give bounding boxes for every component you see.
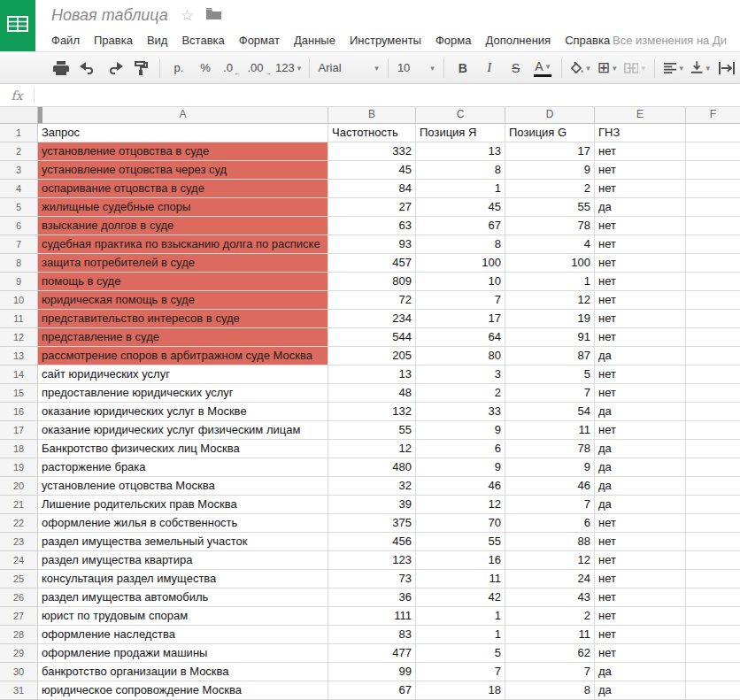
cell-a[interactable]: юрист по трудовым спорам: [38, 607, 328, 626]
cell-f[interactable]: [686, 588, 740, 607]
cell-a[interactable]: раздел имущества квартира: [38, 551, 328, 570]
cell-c[interactable]: Позиция Я: [416, 124, 505, 142]
cell-b[interactable]: 809: [328, 273, 416, 291]
cell-b[interactable]: 84: [328, 180, 416, 198]
cell-a[interactable]: юридическое сопровождение Москва: [38, 681, 328, 700]
cell-c[interactable]: 46: [416, 477, 505, 496]
row-header[interactable]: 14: [0, 365, 38, 384]
cell-d[interactable]: 11: [505, 626, 595, 644]
menu-item-edit[interactable]: Правка: [87, 34, 140, 47]
cell-c[interactable]: 8: [416, 235, 505, 254]
cell-d[interactable]: 62: [505, 644, 595, 663]
cell-d[interactable]: 4: [505, 235, 595, 254]
cell-f[interactable]: [686, 681, 740, 700]
cell-d[interactable]: 12: [505, 291, 595, 310]
cell-b[interactable]: 234: [328, 310, 416, 328]
cell-f[interactable]: [686, 663, 740, 681]
cell-e[interactable]: нет: [595, 310, 686, 328]
cell-c[interactable]: 11: [416, 570, 505, 588]
cell-a[interactable]: жилищные судебные споры: [38, 198, 328, 217]
cell-c[interactable]: 6: [416, 440, 505, 458]
cell-c[interactable]: 33: [416, 403, 505, 421]
row-header[interactable]: 31: [0, 681, 38, 700]
row-header[interactable]: 18: [0, 440, 38, 458]
cell-d[interactable]: 9: [505, 458, 595, 477]
row-header[interactable]: 30: [0, 663, 38, 681]
cell-e[interactable]: да: [595, 477, 686, 496]
column-header-f[interactable]: F: [686, 107, 740, 124]
menu-item-data[interactable]: Данные: [287, 34, 343, 47]
cell-b[interactable]: 205: [328, 347, 416, 365]
cell-e[interactable]: нет: [595, 217, 686, 235]
cell-f[interactable]: [686, 514, 740, 533]
row-header[interactable]: 28: [0, 626, 38, 644]
row-header[interactable]: 24: [0, 551, 38, 570]
cell-e[interactable]: нет: [595, 644, 686, 663]
cell-f[interactable]: [686, 626, 740, 644]
cell-c[interactable]: 5: [416, 644, 505, 663]
menu-item-help[interactable]: Справка: [558, 34, 617, 47]
cell-d[interactable]: 54: [505, 403, 595, 421]
cell-f[interactable]: [686, 273, 740, 291]
print-button[interactable]: [48, 58, 74, 79]
column-header-d[interactable]: D: [505, 107, 595, 124]
cell-e[interactable]: да: [595, 403, 686, 421]
cell-d[interactable]: 11: [505, 421, 595, 440]
cell-f[interactable]: [686, 347, 740, 365]
row-header[interactable]: 25: [0, 570, 38, 588]
doc-title[interactable]: Новая таблица: [51, 6, 168, 25]
cell-a[interactable]: Банкротство физических лиц Москва: [38, 440, 328, 458]
cell-f[interactable]: [686, 180, 740, 198]
row-header[interactable]: 27: [0, 607, 38, 626]
cell-e[interactable]: нет: [595, 161, 686, 180]
cell-b[interactable]: 123: [328, 551, 416, 570]
cell-d[interactable]: Позиция G: [505, 124, 595, 142]
bold-button[interactable]: B: [450, 58, 476, 79]
text-wrap-button[interactable]: [713, 58, 740, 79]
cell-b[interactable]: 73: [328, 570, 416, 588]
cell-c[interactable]: 10: [416, 273, 505, 291]
cell-b[interactable]: 32: [328, 477, 416, 496]
menu-item-format[interactable]: Формат: [232, 34, 287, 47]
cell-e[interactable]: да: [595, 198, 686, 217]
cell-f[interactable]: [686, 291, 740, 310]
cell-c[interactable]: 17: [416, 310, 505, 328]
cell-a[interactable]: консультация раздел имущества: [38, 570, 328, 588]
cell-f[interactable]: [686, 254, 740, 273]
cell-c[interactable]: 80: [416, 347, 505, 365]
horizontal-align-button[interactable]: ▾: [660, 58, 687, 79]
row-header[interactable]: 29: [0, 644, 38, 663]
cell-f[interactable]: [686, 458, 740, 477]
save-status[interactable]: Все изменения на Ди: [613, 28, 727, 51]
cell-d[interactable]: 7: [505, 384, 595, 403]
cell-d[interactable]: 2: [505, 607, 595, 626]
cell-d[interactable]: 2: [505, 180, 595, 198]
cell-c[interactable]: 8: [416, 161, 505, 180]
cell-b[interactable]: 99: [328, 663, 416, 681]
cell-f[interactable]: [686, 421, 740, 440]
cell-c[interactable]: 55: [416, 533, 505, 551]
cell-f[interactable]: [686, 217, 740, 235]
row-header[interactable]: 2: [0, 142, 38, 161]
cell-a[interactable]: представительство интересов в суде: [38, 310, 328, 328]
cell-b[interactable]: Частотность: [328, 124, 416, 142]
cell-a[interactable]: оформление продажи машины: [38, 644, 328, 663]
percent-format-button[interactable]: %: [192, 58, 219, 79]
cell-a[interactable]: раздел имущества земельный участок: [38, 533, 328, 551]
vertical-align-button[interactable]: ▾: [687, 58, 713, 79]
cell-f[interactable]: [686, 477, 740, 496]
paint-format-button[interactable]: [127, 58, 154, 79]
cell-b[interactable]: 111: [328, 607, 416, 626]
column-header-a[interactable]: A: [38, 107, 328, 124]
cell-d[interactable]: 6: [505, 514, 595, 533]
cell-d[interactable]: 5: [505, 365, 595, 384]
cell-c[interactable]: 42: [416, 588, 505, 607]
row-header[interactable]: 9: [0, 273, 38, 291]
cell-d[interactable]: 7: [505, 663, 595, 681]
row-header[interactable]: 6: [0, 217, 38, 235]
column-drag-handle[interactable]: [38, 107, 42, 123]
cell-c[interactable]: 3: [416, 365, 505, 384]
row-header[interactable]: 1: [0, 124, 38, 142]
row-header[interactable]: 10: [0, 291, 38, 310]
menu-item-view[interactable]: Вид: [140, 34, 175, 47]
